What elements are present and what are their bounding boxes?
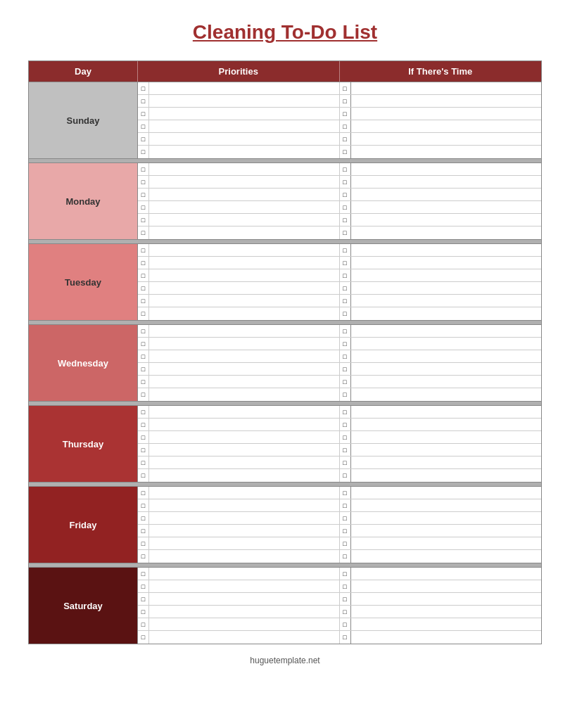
priority-line — [149, 269, 340, 281]
priority-checkbox[interactable]: □ — [138, 82, 149, 94]
priority-checkbox[interactable]: □ — [138, 525, 149, 537]
iftime-checkbox[interactable]: □ — [340, 350, 351, 362]
iftime-checkbox[interactable]: □ — [340, 201, 351, 213]
iftime-checkbox[interactable]: □ — [340, 568, 351, 580]
priority-line — [149, 469, 340, 482]
priority-checkbox[interactable]: □ — [138, 550, 149, 563]
priority-checkbox[interactable]: □ — [138, 257, 149, 269]
priority-checkbox[interactable]: □ — [138, 350, 149, 362]
iftime-checkbox[interactable]: □ — [340, 512, 351, 524]
iftime-checkbox[interactable]: □ — [340, 469, 351, 482]
priority-checkbox[interactable]: □ — [138, 307, 149, 320]
priority-checkbox[interactable]: □ — [138, 388, 149, 401]
iftime-checkbox[interactable]: □ — [340, 269, 351, 281]
iftime-checkbox[interactable]: □ — [340, 606, 351, 618]
iftime-checkbox[interactable]: □ — [340, 226, 351, 239]
priority-checkbox[interactable]: □ — [138, 419, 149, 430]
iftime-checkbox[interactable]: □ — [340, 388, 351, 401]
iftime-checkbox[interactable]: □ — [340, 631, 351, 644]
iftime-line — [351, 350, 542, 362]
iftime-checkbox[interactable]: □ — [340, 431, 351, 443]
iftime-checkbox[interactable]: □ — [340, 295, 351, 307]
priority-checkbox[interactable]: □ — [138, 456, 149, 468]
table-row: □□ — [138, 163, 541, 176]
iftime-checkbox[interactable]: □ — [340, 406, 351, 418]
priority-line — [149, 176, 340, 188]
priority-checkbox[interactable]: □ — [138, 269, 149, 281]
priority-checkbox[interactable]: □ — [138, 618, 149, 630]
priority-checkbox[interactable]: □ — [138, 499, 149, 511]
iftime-checkbox[interactable]: □ — [340, 108, 351, 120]
priority-checkbox[interactable]: □ — [138, 95, 149, 107]
table-row: □□ — [138, 550, 541, 563]
priority-checkbox[interactable]: □ — [138, 631, 149, 644]
priority-checkbox[interactable]: □ — [138, 406, 149, 418]
table-row: □□ — [138, 226, 541, 239]
priority-checkbox[interactable]: □ — [138, 244, 149, 256]
iftime-checkbox[interactable]: □ — [340, 338, 351, 350]
priority-checkbox[interactable]: □ — [138, 537, 149, 549]
priority-checkbox[interactable]: □ — [138, 431, 149, 443]
iftime-checkbox[interactable]: □ — [340, 487, 351, 499]
iftime-checkbox[interactable]: □ — [340, 82, 351, 94]
priority-checkbox[interactable]: □ — [138, 512, 149, 524]
iftime-checkbox[interactable]: □ — [340, 363, 351, 375]
iftime-checkbox[interactable]: □ — [340, 257, 351, 269]
priority-checkbox[interactable]: □ — [138, 189, 149, 200]
priority-checkbox[interactable]: □ — [138, 214, 149, 226]
iftime-checkbox[interactable]: □ — [340, 537, 351, 549]
table-row: □□ — [138, 431, 541, 444]
priority-checkbox[interactable]: □ — [138, 120, 149, 132]
priority-checkbox[interactable]: □ — [138, 146, 149, 158]
iftime-checkbox[interactable]: □ — [340, 146, 351, 158]
priority-checkbox[interactable]: □ — [138, 487, 149, 499]
iftime-checkbox[interactable]: □ — [340, 499, 351, 511]
iftime-checkbox[interactable]: □ — [340, 133, 351, 145]
iftime-checkbox[interactable]: □ — [340, 419, 351, 430]
iftime-checkbox[interactable]: □ — [340, 456, 351, 468]
priority-checkbox[interactable]: □ — [138, 295, 149, 307]
priority-checkbox[interactable]: □ — [138, 325, 149, 337]
iftime-checkbox[interactable]: □ — [340, 593, 351, 605]
page-title: Cleaning To-Do List — [193, 21, 377, 44]
priority-checkbox[interactable]: □ — [138, 580, 149, 592]
iftime-checkbox[interactable]: □ — [340, 580, 351, 592]
iftime-checkbox[interactable]: □ — [340, 282, 351, 294]
iftime-checkbox[interactable]: □ — [340, 376, 351, 388]
iftime-checkbox[interactable]: □ — [340, 120, 351, 132]
priority-checkbox[interactable]: □ — [138, 376, 149, 388]
iftime-line — [351, 108, 542, 120]
priority-checkbox[interactable]: □ — [138, 444, 149, 456]
priority-checkbox[interactable]: □ — [138, 163, 149, 175]
priority-line — [149, 350, 340, 362]
iftime-checkbox[interactable]: □ — [340, 444, 351, 456]
iftime-checkbox[interactable]: □ — [340, 307, 351, 320]
priority-checkbox[interactable]: □ — [138, 133, 149, 145]
iftime-checkbox[interactable]: □ — [340, 325, 351, 337]
priority-checkbox[interactable]: □ — [138, 282, 149, 294]
iftime-checkbox[interactable]: □ — [340, 176, 351, 188]
iftime-checkbox[interactable]: □ — [340, 214, 351, 226]
priority-checkbox[interactable]: □ — [138, 201, 149, 213]
iftime-line — [351, 146, 542, 158]
iftime-checkbox[interactable]: □ — [340, 189, 351, 200]
iftime-checkbox[interactable]: □ — [340, 618, 351, 630]
table-row: □□ — [138, 487, 541, 499]
priority-checkbox[interactable]: □ — [138, 176, 149, 188]
priority-line — [149, 82, 340, 94]
header-day: Day — [29, 61, 138, 82]
priority-checkbox[interactable]: □ — [138, 606, 149, 618]
iftime-line — [351, 201, 542, 213]
iftime-checkbox[interactable]: □ — [340, 95, 351, 107]
iftime-checkbox[interactable]: □ — [340, 550, 351, 563]
priority-checkbox[interactable]: □ — [138, 226, 149, 239]
iftime-checkbox[interactable]: □ — [340, 244, 351, 256]
priority-checkbox[interactable]: □ — [138, 108, 149, 120]
priority-checkbox[interactable]: □ — [138, 363, 149, 375]
priority-checkbox[interactable]: □ — [138, 338, 149, 350]
iftime-checkbox[interactable]: □ — [340, 525, 351, 537]
priority-checkbox[interactable]: □ — [138, 568, 149, 580]
priority-checkbox[interactable]: □ — [138, 593, 149, 605]
iftime-checkbox[interactable]: □ — [340, 163, 351, 175]
priority-checkbox[interactable]: □ — [138, 469, 149, 482]
